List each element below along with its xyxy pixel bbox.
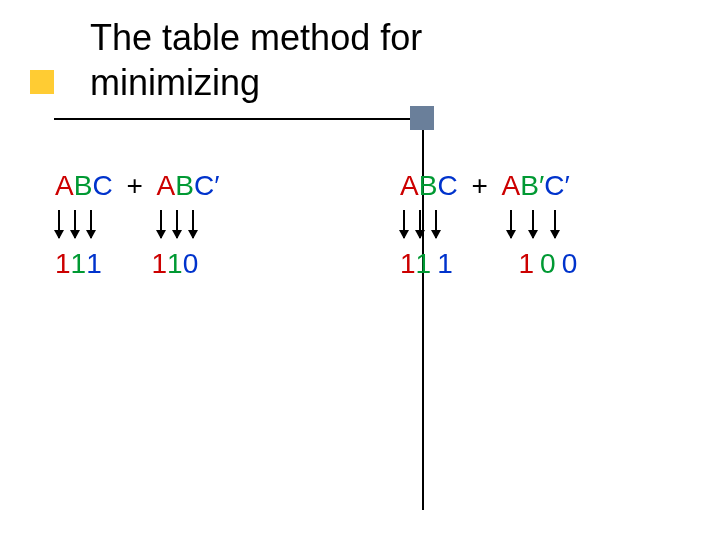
title-line-2: minimizing <box>90 60 422 105</box>
arrow-down-icon <box>160 210 162 238</box>
bits-111: 111 <box>55 248 102 280</box>
plus-sign: + <box>471 170 487 201</box>
arrow-down-icon <box>435 210 437 238</box>
var-cprime: C′ <box>194 170 219 201</box>
arrows-right-term2 <box>510 210 556 238</box>
var-b: B <box>419 170 438 201</box>
bits-111: 111 <box>400 248 453 280</box>
var-b: B <box>74 170 93 201</box>
bits-110: 110 <box>152 248 199 280</box>
var-c: C <box>437 170 457 201</box>
accent-square-right <box>410 106 434 130</box>
bit-c: 1 <box>86 248 102 280</box>
arrow-down-icon <box>90 210 92 238</box>
bit-b: 1 <box>71 248 87 280</box>
arrow-down-icon <box>403 210 405 238</box>
arrows-right-term1 <box>403 210 437 238</box>
term-abc: ABC <box>55 170 113 202</box>
var-a: A <box>502 170 521 201</box>
bits-left: 111 110 <box>55 248 198 280</box>
bit-b: 1 <box>167 248 183 280</box>
var-a: A <box>157 170 176 201</box>
arrows-left-term1 <box>58 210 92 238</box>
var-b: B <box>175 170 194 201</box>
var-a: A <box>55 170 74 201</box>
term-abcprime: ABC′ <box>157 170 220 202</box>
slide-title: The table method for minimizing <box>90 15 422 105</box>
arrow-down-icon <box>192 210 194 238</box>
bits-right: 111 100 <box>400 248 577 280</box>
bit-a: 1 <box>152 248 168 280</box>
bit-c: 0 <box>562 248 578 280</box>
arrow-down-icon <box>58 210 60 238</box>
var-a: A <box>400 170 419 201</box>
bit-a: 1 <box>519 248 535 280</box>
plus-sign: + <box>126 170 142 201</box>
bit-c: 1 <box>437 248 453 280</box>
accent-square-left <box>30 70 54 94</box>
arrow-down-icon <box>510 210 512 238</box>
bit-b: 1 <box>416 248 432 280</box>
bit-a: 1 <box>55 248 71 280</box>
arrow-down-icon <box>554 210 556 238</box>
arrow-down-icon <box>419 210 421 238</box>
arrows-left-term2 <box>160 210 194 238</box>
expression-right: ABC + AB′C′ <box>400 170 570 202</box>
expression-left: ABC + ABC′ <box>55 170 219 202</box>
bit-b: 0 <box>540 248 556 280</box>
term-abprimecprime: AB′C′ <box>502 170 570 202</box>
arrow-down-icon <box>74 210 76 238</box>
var-c: C <box>92 170 112 201</box>
bit-c: 0 <box>183 248 199 280</box>
arrow-down-icon <box>176 210 178 238</box>
var-cprime: C′ <box>544 170 569 201</box>
title-line-1: The table method for <box>90 15 422 60</box>
term-abc: ABC <box>400 170 458 202</box>
horizontal-rule <box>54 118 410 120</box>
bit-a: 1 <box>400 248 416 280</box>
arrow-down-icon <box>532 210 534 238</box>
bits-100: 100 <box>519 248 578 280</box>
var-bprime: B′ <box>520 170 544 201</box>
